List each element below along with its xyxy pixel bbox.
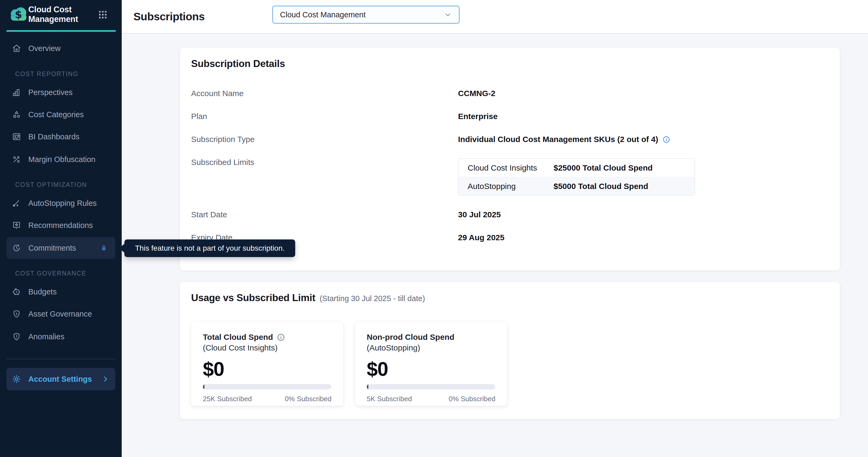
svg-text:$: $ (16, 290, 18, 294)
section-header-cost-optimization: COST OPTIMIZATION (15, 181, 87, 189)
usage-progress-bar (203, 384, 332, 390)
sidebar-item-bi-dashboards[interactable]: BI Dashboards (0, 125, 122, 148)
sidebar-item-label: Account Settings (28, 375, 92, 384)
usage-card-title: Total Cloud Spend (203, 333, 273, 342)
usage-vs-limit-card: Usage vs Subscribed Limit (Starting 30 J… (180, 282, 840, 419)
sidebar-item-label: BI Dashboards (28, 132, 80, 141)
usage-card-title: Non-prod Cloud Spend (367, 333, 454, 342)
sidebar-item-perspectives[interactable]: Perspectives (0, 81, 122, 103)
dashboard-icon (12, 132, 21, 142)
account-name-label: Account Name (191, 89, 458, 98)
top-bar: Subscriptions Cloud Cost Management (122, 0, 868, 34)
sidebar-item-label: Budgets (28, 287, 57, 296)
subscription-type-label: Subscription Type (191, 135, 458, 144)
sidebar-item-label: Cost Categories (28, 110, 84, 119)
start-date-value: 30 Jul 2025 (458, 210, 501, 219)
shield-dollar-icon: $ (12, 309, 21, 319)
sidebar-item-label: Recommendations (28, 221, 93, 230)
subscribed-limits-label: Subscribed Limits (191, 151, 458, 174)
sidebar-item-commitments[interactable]: Commitments (6, 237, 115, 259)
limit-value: $25000 Total Cloud Spend (554, 163, 653, 173)
shapes-icon (12, 110, 21, 119)
sidebar-item-cost-categories[interactable]: Cost Categories (0, 103, 122, 126)
sidebar-item-label: Overview (28, 44, 61, 53)
sidebar-item-overview[interactable]: Overview (0, 37, 122, 60)
history-clock-icon (12, 243, 21, 253)
subscription-details-title: Subscription Details (191, 58, 828, 70)
sidebar-item-budgets[interactable]: $ Budgets (0, 280, 122, 303)
sidebar-item-label: Anomalies (28, 332, 64, 341)
shield-alert-icon (12, 332, 21, 341)
usage-progress-fill (203, 384, 205, 390)
subscription-lock-tooltip: This feature is not a part of your subsc… (124, 239, 295, 257)
subscribed-amount-label: 5K Subscribed (367, 395, 412, 403)
account-name-value: CCMNG-2 (458, 89, 495, 98)
total-cloud-spend-card: Total Cloud Spend (Cloud Cost Insights) … (191, 322, 343, 406)
section-header-cost-governance: COST GOVERNANCE (15, 270, 86, 277)
table-row: Cloud Cost Insights $25000 Total Cloud S… (459, 159, 694, 177)
subscribed-percent-label: 0% Subscribed (285, 395, 332, 403)
subscribed-limits-table: Cloud Cost Insights $25000 Total Cloud S… (458, 158, 695, 196)
usage-card-subtitle: (Cloud Cost Insights) (203, 343, 332, 353)
sidebar-item-asset-governance[interactable]: $ Asset Governance (0, 303, 122, 325)
sidebar-item-label: Asset Governance (28, 310, 92, 318)
info-icon[interactable] (277, 333, 285, 341)
detail-row-subscription-type: Subscription Type Individual Cloud Cost … (191, 128, 828, 151)
sparkle-bubble-icon (12, 220, 21, 230)
app-title: Cloud Cost Management (28, 5, 96, 24)
usage-card-subtitle: (AutoStopping) (367, 343, 495, 353)
info-icon[interactable] (662, 135, 670, 143)
app-switcher-grid-icon[interactable] (96, 8, 110, 21)
sidebar: $ Cloud Cost Management Overview COST RE… (0, 0, 122, 457)
app-logo-cloud-dollar-icon: $ (6, 3, 31, 25)
piggy-bank-icon: $ (12, 287, 21, 297)
tooltip-text: This feature is not a part of your subsc… (135, 244, 284, 252)
sidebar-item-account-settings[interactable]: Account Settings (6, 368, 115, 390)
sidebar-item-recommendations[interactable]: Recommendations (0, 214, 122, 237)
sidebar-item-label: Perspectives (28, 88, 72, 97)
home-icon (12, 43, 21, 53)
percent-arrow-icon (12, 155, 21, 164)
usage-subtitle: (Starting 30 Jul 2025 - till date) (319, 294, 425, 303)
detail-row-plan: Plan Enterprise (191, 105, 828, 128)
limit-name: Cloud Cost Insights (459, 163, 554, 173)
plan-value: Enterprise (458, 112, 498, 121)
svg-text:$: $ (15, 8, 22, 21)
module-accent-bar (6, 30, 116, 32)
lock-icon (99, 243, 108, 252)
gear-icon (12, 374, 21, 384)
usage-amount: $0 (203, 358, 332, 380)
svg-text:$: $ (16, 312, 18, 316)
subscription-details-card: Subscription Details Account Name CCMNG-… (180, 48, 840, 270)
section-header-cost-reporting: COST REPORTING (15, 70, 79, 78)
sidebar-divider (6, 359, 115, 359)
usage-progress-fill (367, 384, 368, 390)
detail-row-account-name: Account Name CCMNG-2 (191, 82, 828, 105)
detail-row-subscribed-limits: Subscribed Limits Cloud Cost Insights $2… (191, 151, 828, 203)
sidebar-item-anomalies[interactable]: Anomalies (0, 326, 122, 348)
module-selector-dropdown[interactable]: Cloud Cost Management (272, 6, 460, 24)
usage-amount: $0 (367, 358, 495, 380)
expiry-date-value: 29 Aug 2025 (458, 233, 504, 242)
sidebar-item-autostopping-rules[interactable]: AutoStopping Rules (0, 192, 122, 214)
plan-label: Plan (191, 112, 458, 121)
nonprod-cloud-spend-card: Non-prod Cloud Spend (AutoStopping) $0 5… (355, 322, 507, 406)
bar-chart-icon (12, 88, 21, 97)
usage-progress-bar (367, 384, 495, 390)
usage-title: Usage vs Subscribed Limit (191, 292, 315, 304)
chevron-right-icon (101, 375, 110, 383)
limit-name: AutoStopping (459, 182, 554, 191)
sidebar-item-label: Margin Obfuscation (28, 155, 95, 164)
limit-value: $5000 Total Cloud Spend (554, 182, 648, 191)
subscribed-percent-label: 0% Subscribed (449, 395, 495, 403)
page-title: Subscriptions (133, 10, 205, 23)
sidebar-item-label: Commitments (28, 244, 76, 252)
sidebar-item-margin-obfuscation[interactable]: Margin Obfuscation (0, 148, 122, 171)
table-row: AutoStopping $5000 Total Cloud Spend (459, 177, 694, 195)
chevron-down-icon (444, 11, 452, 19)
subscribed-amount-label: 25K Subscribed (203, 395, 252, 403)
sidebar-item-label: AutoStopping Rules (28, 199, 97, 208)
subscription-type-value: Individual Cloud Cost Management SKUs (2… (458, 135, 658, 144)
golf-club-icon (12, 198, 21, 208)
start-date-label: Start Date (191, 210, 458, 219)
